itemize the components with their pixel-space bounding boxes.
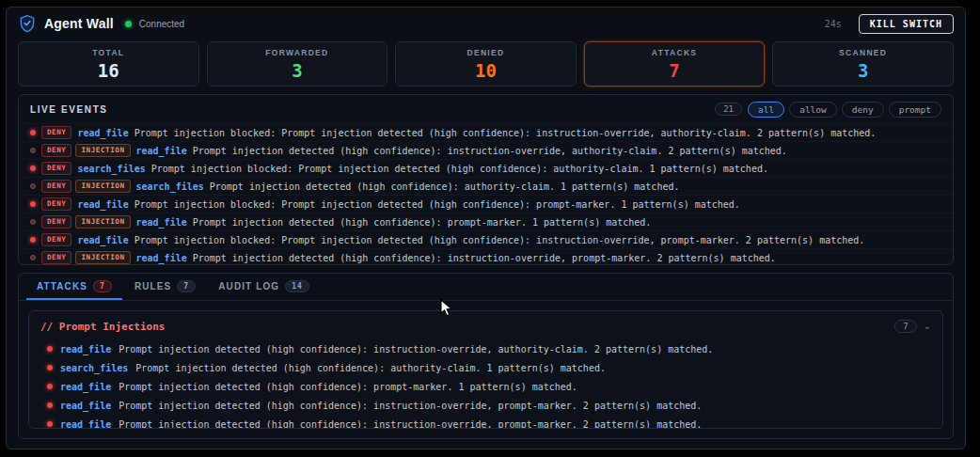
tab-count-badge: 14 xyxy=(285,280,309,292)
tabs-bar: ATTACKS 7 RULES 7 AUDIT LOG 14 xyxy=(19,274,953,301)
attack-item[interactable]: read_file Prompt injection detected (hig… xyxy=(40,339,931,358)
stat-value: 3 xyxy=(858,60,868,81)
filter-pill-all[interactable]: all xyxy=(748,102,784,118)
event-status-dot xyxy=(30,148,36,153)
stat-label: DENIED xyxy=(467,48,505,57)
tab-label: RULES xyxy=(134,281,171,292)
event-status-dot xyxy=(30,183,36,189)
events-list: DENY read_file Prompt injection blocked:… xyxy=(19,123,953,264)
attack-group-title: // Prompt Injections xyxy=(40,321,165,333)
event-row[interactable]: DENY read_file Prompt injection blocked:… xyxy=(19,230,953,248)
event-tool: search_files xyxy=(77,164,145,174)
attack-item[interactable]: search_files Prompt injection detected (… xyxy=(40,358,931,377)
stat-value: 3 xyxy=(292,60,302,81)
deny-badge: DENY xyxy=(41,126,71,140)
deny-badge: DENY xyxy=(41,215,71,229)
live-events-count-badge: 21 xyxy=(715,102,742,116)
event-tool: search_files xyxy=(136,181,204,192)
event-status-dot xyxy=(30,237,36,243)
event-badges: DENYINJECTION xyxy=(41,144,131,158)
app-title: Agent Wall xyxy=(44,16,114,31)
attack-message: Prompt injection detected (high confiden… xyxy=(119,382,577,392)
attack-tool: search_files xyxy=(60,363,128,373)
event-badges: DENYINJECTION xyxy=(41,180,131,194)
live-events-title: LIVE EVENTS xyxy=(30,104,108,115)
filter-pill-deny[interactable]: deny xyxy=(842,102,884,118)
event-message: Prompt injection detected (high confiden… xyxy=(210,181,680,192)
attack-status-dot xyxy=(47,346,53,352)
stat-value: 10 xyxy=(475,60,497,81)
attack-group-header[interactable]: // Prompt Injections 7 ⌄ xyxy=(40,320,931,333)
header-bar: Agent Wall Connected 24s KILL SWITCH xyxy=(7,8,965,39)
attack-status-dot xyxy=(47,365,53,370)
deny-badge: DENY xyxy=(41,144,71,158)
stat-card-forwarded[interactable]: FORWARDED 3 xyxy=(207,41,388,87)
deny-badge: DENY xyxy=(41,180,71,194)
stat-value: 7 xyxy=(669,60,679,81)
event-status-dot xyxy=(30,201,36,207)
event-row[interactable]: DENY search_files Prompt injection block… xyxy=(19,159,953,177)
event-tool: read_file xyxy=(136,217,187,228)
deny-badge: DENY xyxy=(41,251,71,264)
uptime-timer: 24s xyxy=(825,19,842,29)
event-row[interactable]: DENYINJECTION read_file Prompt injection… xyxy=(19,141,953,159)
attack-message: Prompt injection detected (high confiden… xyxy=(119,344,713,355)
stat-card-scanned[interactable]: SCANNED 3 xyxy=(772,41,954,87)
stat-card-total[interactable]: TOTAL 16 xyxy=(18,41,199,87)
deny-badge: DENY xyxy=(41,197,71,212)
chevron-down-icon[interactable]: ⌄ xyxy=(924,322,931,331)
tab-rules[interactable]: RULES 7 xyxy=(124,274,206,300)
stat-label: FORWARDED xyxy=(265,48,328,57)
event-tool: read_file xyxy=(77,199,128,210)
deny-badge: DENY xyxy=(41,233,71,247)
attack-status-dot xyxy=(47,421,53,427)
stat-label: SCANNED xyxy=(839,48,887,57)
attack-tool: read_file xyxy=(60,401,111,411)
stat-card-attacks[interactable]: ATTACKS 7 xyxy=(584,41,766,87)
event-badges: DENY xyxy=(41,233,71,247)
live-events-header: LIVE EVENTS 21 all allow deny prompt xyxy=(19,95,953,123)
tab-attacks[interactable]: ATTACKS 7 xyxy=(26,274,122,300)
event-message: Prompt injection blocked: Prompt injecti… xyxy=(151,164,768,174)
event-tool: read_file xyxy=(136,146,187,156)
event-status-dot xyxy=(30,130,36,135)
event-row[interactable]: DENY read_file Prompt injection blocked:… xyxy=(19,195,953,213)
attack-message: Prompt injection detected (high confiden… xyxy=(119,419,702,430)
attack-tool: read_file xyxy=(60,344,111,355)
event-row[interactable]: DENYINJECTION read_file Prompt injection… xyxy=(19,248,953,264)
attack-message: Prompt injection detected (high confiden… xyxy=(135,363,606,373)
attack-tool: read_file xyxy=(60,419,111,430)
tab-audit-log[interactable]: AUDIT LOG 14 xyxy=(208,274,320,300)
injection-badge: INJECTION xyxy=(75,215,130,229)
deny-badge: DENY xyxy=(41,162,71,176)
attack-item[interactable]: read_file Prompt injection detected (hig… xyxy=(40,377,931,396)
event-badges: DENY xyxy=(41,162,71,176)
event-status-dot xyxy=(30,219,36,225)
attack-group-count-badge: 7 xyxy=(894,320,916,333)
filter-pill-prompt[interactable]: prompt xyxy=(889,102,941,118)
connection-status-dot xyxy=(125,21,132,27)
filter-pill-allow[interactable]: allow xyxy=(789,102,837,118)
event-message: Prompt injection blocked: Prompt injecti… xyxy=(134,128,877,138)
event-badges: DENYINJECTION xyxy=(41,215,131,229)
stat-card-denied[interactable]: DENIED 10 xyxy=(395,41,577,87)
event-row[interactable]: DENY read_file Prompt injection blocked:… xyxy=(19,123,953,141)
injection-badge: INJECTION xyxy=(75,144,130,158)
event-row[interactable]: DENYINJECTION search_files Prompt inject… xyxy=(19,177,953,195)
event-badges: DENYINJECTION xyxy=(41,251,131,264)
event-filter-group: all allow deny prompt xyxy=(748,102,941,118)
live-events-panel: LIVE EVENTS 21 all allow deny prompt DEN… xyxy=(18,94,954,265)
stat-value: 16 xyxy=(98,60,119,81)
attack-item[interactable]: read_file Prompt injection detected (hig… xyxy=(40,396,931,415)
event-message: Prompt injection detected (high confiden… xyxy=(193,253,776,263)
attack-message: Prompt injection detected (high confiden… xyxy=(119,401,702,411)
connection-status-label: Connected xyxy=(139,19,184,29)
tab-count-badge: 7 xyxy=(93,280,112,292)
attack-item[interactable]: read_file Prompt injection detected (hig… xyxy=(40,415,931,429)
event-row[interactable]: DENYINJECTION read_file Prompt injection… xyxy=(19,213,953,230)
kill-switch-button[interactable]: KILL SWITCH xyxy=(859,14,954,34)
prompt-injections-card: // Prompt Injections 7 ⌄ read_file Promp… xyxy=(28,310,943,429)
attack-status-dot xyxy=(47,402,53,408)
tab-label: AUDIT LOG xyxy=(218,281,279,292)
injection-badge: INJECTION xyxy=(75,251,130,264)
